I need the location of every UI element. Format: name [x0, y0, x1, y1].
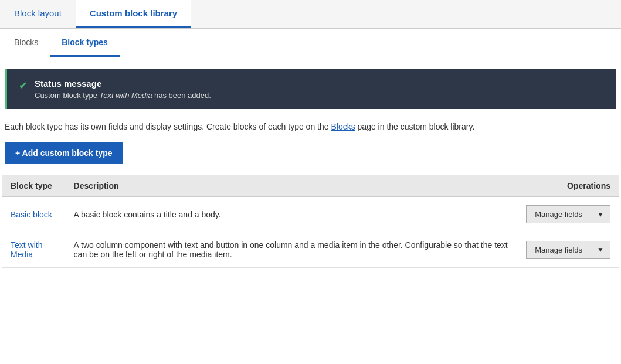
add-custom-block-type-button[interactable]: + Add custom block type	[5, 142, 123, 164]
tab-block-layout[interactable]: Block layout	[0, 0, 76, 28]
tab-custom-block-library[interactable]: Custom block library	[76, 0, 191, 28]
block-type-cell: Basic block	[2, 197, 66, 232]
block-types-table: Block type Description Operations Basic …	[2, 175, 619, 268]
top-tabs: Block layout Custom block library	[0, 0, 621, 29]
description-cell: A basic block contains a title and a bod…	[66, 197, 518, 232]
status-body: Custom block type Text with Media has be…	[35, 91, 211, 100]
operations-cell: Manage fields ▼	[518, 232, 619, 268]
description-cell: A two column component with text and but…	[66, 232, 518, 268]
subtab-block-types[interactable]: Block types	[50, 29, 120, 57]
status-message-box: ✔ Status message Custom block type Text …	[5, 69, 616, 109]
status-title: Status message	[35, 79, 211, 89]
blocks-link[interactable]: Blocks	[331, 122, 355, 131]
manage-fields-dropdown[interactable]: ▼	[591, 206, 610, 223]
operations-cell: Manage fields ▼	[518, 197, 619, 232]
col-block-type: Block type	[2, 175, 66, 197]
sub-tabs: Blocks Block types	[0, 29, 621, 57]
manage-fields-group: Manage fields ▼	[526, 205, 610, 223]
col-operations: Operations	[518, 175, 619, 197]
manage-fields-button[interactable]: Manage fields	[527, 241, 591, 258]
block-type-cell: Text with Media	[2, 232, 66, 268]
subtab-blocks[interactable]: Blocks	[2, 29, 50, 57]
table-row: Text with Media A two column component w…	[2, 232, 619, 268]
basic-block-link[interactable]: Basic block	[11, 210, 52, 219]
col-description: Description	[66, 175, 518, 197]
manage-fields-group: Manage fields ▼	[526, 241, 610, 259]
manage-fields-dropdown[interactable]: ▼	[591, 241, 610, 258]
text-with-media-link[interactable]: Text with Media	[11, 240, 42, 259]
description-text: Each block type has its own fields and d…	[5, 121, 616, 133]
table-row: Basic block A basic block contains a tit…	[2, 197, 619, 232]
check-icon: ✔	[19, 79, 28, 92]
manage-fields-button[interactable]: Manage fields	[527, 206, 591, 223]
